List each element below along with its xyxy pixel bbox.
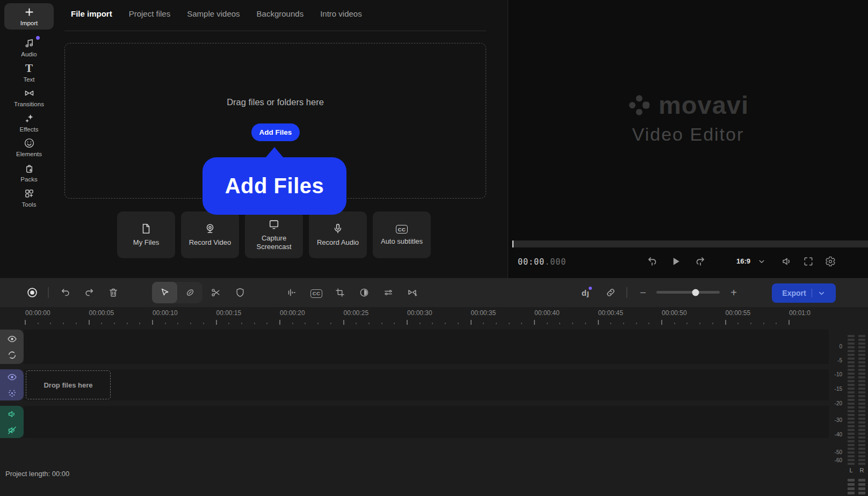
ruler-dot bbox=[177, 323, 178, 324]
tab-intro-videos[interactable]: Intro videos bbox=[320, 9, 362, 18]
color-adjustments-button[interactable] bbox=[356, 284, 373, 301]
jump-forward-button[interactable] bbox=[692, 253, 708, 269]
meter-segment bbox=[848, 373, 855, 375]
redo-button[interactable] bbox=[81, 284, 98, 301]
jump-back-button[interactable] bbox=[644, 253, 660, 269]
motion-blur-icon[interactable] bbox=[7, 388, 17, 398]
ruler-tick bbox=[25, 320, 26, 325]
ruler-label: 00:00:45 bbox=[598, 309, 624, 317]
sidebar-item-audio[interactable]: Audio bbox=[4, 34, 54, 61]
aspect-ratio-selector[interactable]: 16:9 bbox=[736, 257, 750, 265]
tab-file-import[interactable]: File import bbox=[71, 9, 112, 18]
plus-icon bbox=[24, 6, 35, 18]
subtitles-button[interactable]: CC bbox=[308, 284, 325, 301]
track-row-extra[interactable] bbox=[24, 330, 829, 364]
card-label: Record Video bbox=[185, 238, 235, 247]
undo-icon bbox=[60, 287, 71, 298]
audio-levels-button[interactable] bbox=[283, 284, 300, 301]
split-button[interactable] bbox=[207, 284, 225, 301]
zoom-slider-knob[interactable] bbox=[692, 289, 699, 296]
screen-icon bbox=[268, 218, 280, 230]
ruler-dot bbox=[496, 323, 497, 324]
fullscreen-button[interactable] bbox=[800, 253, 816, 269]
audio-tools-button[interactable]: dȷ bbox=[577, 284, 594, 301]
meter-segment bbox=[848, 346, 855, 348]
eye-icon[interactable] bbox=[7, 372, 17, 382]
preview-seekbar[interactable] bbox=[512, 240, 868, 247]
tab-project-files[interactable]: Project files bbox=[129, 9, 171, 18]
file-icon bbox=[140, 223, 152, 235]
slip-tool-button[interactable] bbox=[177, 282, 202, 303]
undo-button[interactable] bbox=[57, 284, 74, 301]
toolbar-divider bbox=[626, 287, 627, 298]
ruler-tick bbox=[89, 320, 90, 325]
preview-volume-button[interactable] bbox=[779, 253, 795, 269]
record-video-card[interactable]: Record Video bbox=[181, 211, 239, 258]
timeline-drop-target[interactable]: Drop files here bbox=[26, 370, 111, 399]
delete-button[interactable] bbox=[105, 284, 122, 301]
filters-button[interactable] bbox=[380, 284, 397, 301]
seek-playhead[interactable] bbox=[512, 240, 513, 247]
tab-sample-videos[interactable]: Sample videos bbox=[187, 9, 240, 18]
meter-segment bbox=[858, 483, 865, 486]
ruler-dot bbox=[394, 323, 395, 324]
meter-segment bbox=[848, 421, 855, 424]
ruler-label: 00:00:20 bbox=[280, 309, 305, 317]
play-button[interactable] bbox=[668, 253, 684, 269]
link-clips-button[interactable] bbox=[602, 284, 619, 301]
zoom-in-button[interactable]: + bbox=[730, 287, 737, 298]
meter-segment bbox=[848, 425, 855, 427]
meter-segment bbox=[848, 335, 855, 337]
sidebar-item-tools[interactable]: Tools bbox=[4, 185, 54, 211]
ruler-dot bbox=[254, 323, 255, 324]
crop-button[interactable] bbox=[331, 284, 349, 301]
timeline-zoom-slider[interactable] bbox=[656, 291, 720, 294]
notification-dot bbox=[589, 287, 592, 290]
link-icon bbox=[605, 287, 616, 298]
webcam-icon bbox=[204, 223, 216, 235]
sidebar-item-transitions[interactable]: Transitions bbox=[4, 84, 54, 111]
aspect-chevron-button[interactable] bbox=[756, 253, 767, 269]
transitions-icon bbox=[24, 87, 35, 99]
tab-backgrounds[interactable]: Backgrounds bbox=[257, 9, 304, 18]
add-transition-button[interactable] bbox=[404, 284, 421, 301]
ruler-dot bbox=[381, 323, 382, 324]
sidebar-item-effects[interactable]: Effects bbox=[4, 110, 54, 136]
auto-subtitles-card[interactable]: CC Auto subtitles bbox=[373, 211, 431, 258]
sidebar-item-packs[interactable]: Packs bbox=[4, 159, 54, 186]
track-row-video[interactable] bbox=[24, 369, 829, 400]
zoom-out-button[interactable]: − bbox=[640, 287, 646, 298]
meter-segment bbox=[848, 429, 855, 431]
waveform-icon bbox=[286, 287, 297, 298]
ruler-tick bbox=[661, 320, 662, 325]
preview-settings-button[interactable] bbox=[822, 253, 838, 269]
capture-screencast-card[interactable]: Capture Screencast bbox=[245, 211, 303, 258]
timeline-ruler[interactable]: 00:00:0000:00:0500:00:1000:00:1500:00:20… bbox=[0, 308, 827, 327]
my-files-card[interactable]: My Files bbox=[117, 211, 175, 258]
ruler-dot bbox=[521, 323, 522, 324]
record-audio-card[interactable]: Record Audio bbox=[309, 211, 367, 258]
speaker-muted-icon[interactable] bbox=[7, 425, 17, 435]
ruler-dot bbox=[623, 323, 624, 324]
export-button[interactable]: Export bbox=[772, 283, 836, 303]
shield-button[interactable] bbox=[232, 284, 249, 301]
sidebar-item-text[interactable]: T Text bbox=[4, 60, 54, 86]
select-tool-button[interactable] bbox=[152, 282, 177, 303]
eye-icon[interactable] bbox=[7, 334, 17, 344]
ruler-dot bbox=[419, 323, 421, 324]
add-files-button[interactable]: Add Files bbox=[251, 123, 300, 141]
meter-channel-label: L bbox=[848, 467, 855, 473]
sidebar-item-elements[interactable]: Elements bbox=[4, 134, 54, 161]
record-button[interactable] bbox=[24, 284, 41, 301]
link-track-icon[interactable] bbox=[7, 350, 17, 360]
track-row-audio[interactable] bbox=[24, 406, 829, 438]
meter-segment bbox=[858, 425, 865, 427]
ruler-dot bbox=[203, 323, 204, 324]
meter-segment bbox=[848, 463, 855, 465]
speaker-icon[interactable] bbox=[7, 409, 17, 419]
meter-segment bbox=[858, 354, 865, 356]
sidebar-item-import[interactable]: Import bbox=[4, 3, 54, 30]
sidebar-item-label: Import bbox=[20, 20, 38, 26]
media-panel: File import Project files Sample videos … bbox=[58, 0, 508, 278]
meter-segment bbox=[848, 403, 855, 405]
